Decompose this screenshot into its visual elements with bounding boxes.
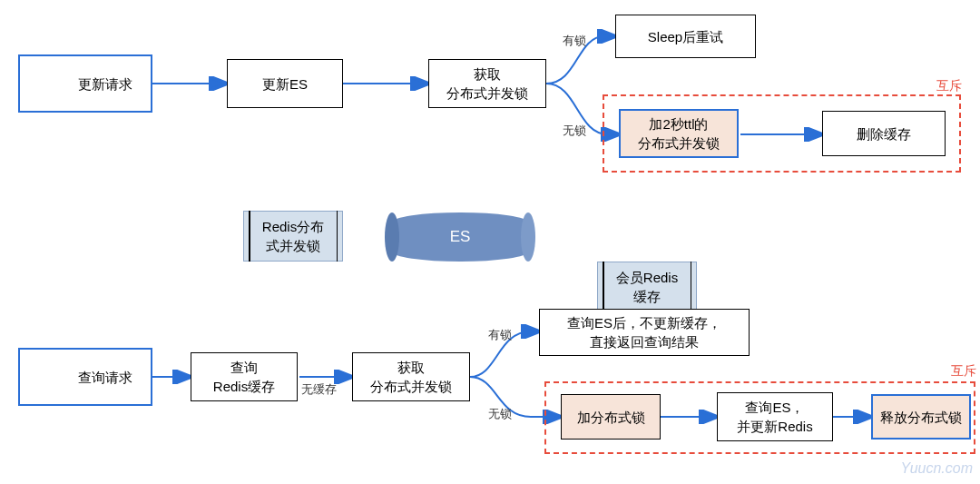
update-es-step: 更新ES	[227, 59, 343, 108]
watermark: Yuucn.com	[901, 460, 973, 477]
add-ttl-lock: 加2秒ttl的 分布式并发锁	[619, 109, 739, 158]
query-start: 查询请求	[18, 348, 152, 406]
query-es-update-redis-label: 查询ES， 并更新Redis	[737, 398, 812, 436]
locked-label-query: 有锁	[488, 327, 512, 343]
query-redis: 查询 Redis缓存	[191, 352, 298, 401]
acquire-lock-query-label: 获取 分布式并发锁	[370, 358, 452, 396]
update-start: 更新请求	[18, 54, 152, 113]
member-redis-store: 会员Redis 缓存	[597, 262, 697, 312]
mutex-label-query: 互斥	[951, 363, 976, 380]
add-dist-lock-label: 加分布式锁	[577, 408, 645, 427]
delete-cache: 删除缓存	[822, 111, 946, 156]
delete-cache-label: 删除缓存	[857, 124, 911, 143]
sleep-retry: Sleep后重试	[615, 15, 756, 58]
query-start-label: 查询请求	[78, 368, 132, 387]
unlocked-label-query: 无锁	[488, 406, 512, 422]
acquire-lock-update: 获取 分布式并发锁	[428, 59, 546, 108]
release-dist-lock-label: 释放分布式锁	[880, 408, 962, 427]
query-es-no-update-label: 查询ES后，不更新缓存， 直接返回查询结果	[567, 313, 721, 351]
acquire-lock-update-label: 获取 分布式并发锁	[446, 64, 528, 103]
es-store: ES	[392, 212, 528, 262]
sleep-retry-label: Sleep后重试	[648, 27, 723, 46]
release-dist-lock: 释放分布式锁	[871, 394, 971, 440]
es-store-label: ES	[450, 228, 471, 246]
query-redis-label: 查询 Redis缓存	[213, 358, 275, 396]
no-cache-label: 无缓存	[301, 381, 337, 398]
query-es-update-redis: 查询ES， 并更新Redis	[717, 392, 833, 441]
unlocked-label-update: 无锁	[563, 123, 586, 139]
update-start-label: 更新请求	[78, 74, 132, 94]
member-redis-store-label: 会员Redis 缓存	[616, 268, 678, 306]
locked-label-update: 有锁	[563, 33, 586, 49]
redis-lock-store-label: Redis分布 式并发锁	[262, 217, 324, 255]
update-es-label: 更新ES	[262, 74, 308, 94]
mutex-label-update: 互斥	[936, 78, 962, 94]
acquire-lock-query: 获取 分布式并发锁	[352, 352, 470, 401]
redis-lock-store: Redis分布 式并发锁	[243, 211, 343, 262]
add-ttl-lock-label: 加2秒ttl的 分布式并发锁	[638, 114, 720, 153]
query-es-no-update: 查询ES后，不更新缓存， 直接返回查询结果	[539, 309, 750, 356]
add-dist-lock: 加分布式锁	[561, 394, 661, 440]
